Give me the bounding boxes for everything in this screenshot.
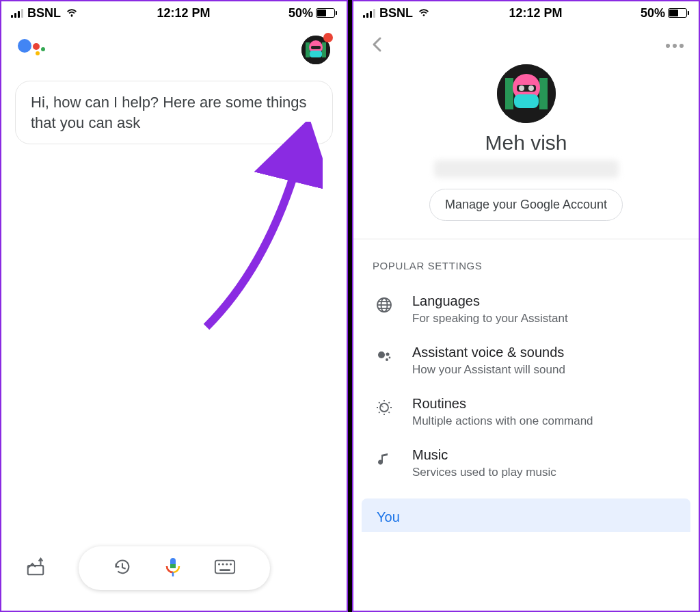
assistant-dots-icon xyxy=(373,345,396,365)
svg-rect-2 xyxy=(306,42,310,57)
annotation-arrow-icon xyxy=(179,122,323,341)
setting-subtitle: For speaking to your Assistant xyxy=(412,312,568,325)
setting-subtitle: Services used to play music xyxy=(412,466,556,479)
battery-icon xyxy=(316,8,337,18)
signal-icon xyxy=(363,8,375,18)
setting-subtitle: How your Assistant will sound xyxy=(412,363,565,377)
phone-screen-settings: BSNL 12:12 PM 50% xyxy=(352,0,700,612)
svg-point-0 xyxy=(71,14,73,16)
svg-rect-3 xyxy=(322,42,326,57)
input-pill xyxy=(79,546,270,590)
bottom-tab-you[interactable]: You xyxy=(362,498,690,532)
svg-point-35 xyxy=(386,358,388,361)
profile-avatar[interactable] xyxy=(301,36,330,64)
battery-percent: 50% xyxy=(641,6,665,21)
greeting-text: Hi, how can I help? Here are some things… xyxy=(31,94,307,131)
setting-row-routines[interactable]: Routines Multiple actions with one comma… xyxy=(353,386,699,438)
profile-avatar-large[interactable] xyxy=(497,64,556,123)
svg-rect-24 xyxy=(514,94,539,108)
music-note-icon xyxy=(373,447,396,468)
svg-rect-22 xyxy=(539,78,548,109)
signal-icon xyxy=(11,8,23,18)
assistant-greeting-bubble: Hi, how can I help? Here are some things… xyxy=(15,81,333,144)
battery-percent: 50% xyxy=(288,6,313,21)
svg-point-26 xyxy=(519,85,524,91)
setting-title: Languages xyxy=(412,293,568,309)
status-time: 12:12 PM xyxy=(157,6,210,21)
svg-rect-21 xyxy=(505,78,513,109)
svg-point-34 xyxy=(386,353,390,356)
routines-icon xyxy=(373,396,396,416)
setting-title: Routines xyxy=(412,396,593,412)
phone-screen-assistant: BSNL 12:12 PM 50% xyxy=(0,0,348,612)
svg-point-36 xyxy=(389,357,391,359)
wifi-icon xyxy=(417,6,431,21)
keyboard-icon[interactable] xyxy=(214,559,236,578)
setting-title: Assistant voice & sounds xyxy=(412,345,565,360)
overflow-menu-button[interactable] xyxy=(666,44,684,48)
battery-icon xyxy=(668,8,689,18)
google-assistant-logo xyxy=(18,36,45,64)
setting-row-music[interactable]: Music Services used to play music xyxy=(353,438,699,489)
carrier-label: BSNL xyxy=(27,6,61,21)
globe-icon xyxy=(373,293,396,314)
setting-row-voice[interactable]: Assistant voice & sounds How your Assist… xyxy=(353,335,699,386)
history-icon[interactable] xyxy=(112,557,133,580)
svg-rect-5 xyxy=(310,51,322,57)
explore-icon[interactable] xyxy=(25,557,46,580)
back-button[interactable] xyxy=(368,36,386,56)
status-bar: BSNL 12:12 PM 50% xyxy=(1,1,347,25)
notification-dot-icon xyxy=(323,33,333,42)
status-time: 12:12 PM xyxy=(509,6,562,21)
svg-rect-13 xyxy=(215,561,234,574)
setting-title: Music xyxy=(412,447,556,463)
wifi-icon xyxy=(65,6,79,21)
setting-row-languages[interactable]: Languages For speaking to your Assistant xyxy=(353,284,699,335)
svg-point-27 xyxy=(528,85,534,91)
carrier-label: BSNL xyxy=(379,6,413,21)
manage-account-button[interactable]: Manage your Google Account xyxy=(429,189,623,221)
microphone-icon[interactable] xyxy=(162,556,184,581)
status-bar: BSNL 12:12 PM 50% xyxy=(353,1,699,25)
profile-name: Meh vish xyxy=(353,131,699,155)
setting-subtitle: Multiple actions with one command xyxy=(412,414,593,428)
profile-email-blurred xyxy=(434,160,619,178)
svg-rect-8 xyxy=(28,566,44,574)
svg-rect-11 xyxy=(170,564,176,568)
svg-point-33 xyxy=(378,351,385,358)
section-label-popular: POPULAR SETTINGS xyxy=(353,239,699,284)
svg-point-19 xyxy=(423,14,425,16)
svg-rect-6 xyxy=(311,46,321,49)
